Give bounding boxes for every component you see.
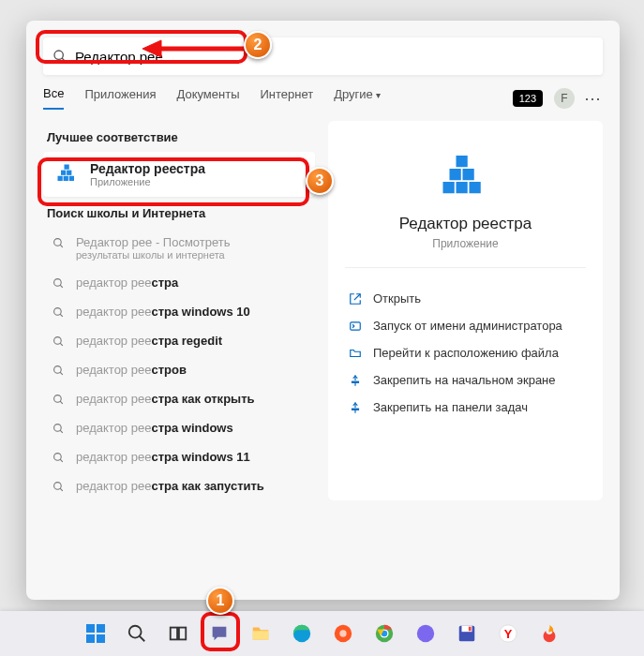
- suggestion-text: редактор реестра как открыть: [76, 392, 255, 406]
- action-admin-label: Запуск от имени администратора: [373, 319, 562, 333]
- pin-icon: [347, 401, 364, 414]
- svg-line-25: [60, 488, 63, 491]
- best-match-subtitle: Приложение: [90, 176, 205, 187]
- svg-rect-31: [456, 156, 467, 167]
- search-icon: [52, 394, 65, 406]
- tab-docs[interactable]: Документы: [176, 87, 239, 109]
- search-icon: [52, 237, 65, 249]
- taskbar-app-orange[interactable]: [326, 617, 360, 650]
- svg-point-22: [54, 454, 62, 461]
- suggestion-item[interactable]: редактор реестра regedit: [43, 326, 315, 355]
- best-match-item[interactable]: Редактор реестра Приложение: [43, 152, 315, 197]
- svg-point-16: [54, 366, 62, 374]
- taskbar-app-save[interactable]: [450, 617, 484, 650]
- svg-rect-27: [456, 182, 467, 193]
- action-open-location[interactable]: Перейти к расположению файла: [345, 339, 586, 366]
- taskbar-yandex[interactable]: Y: [491, 617, 525, 650]
- task-view[interactable]: [161, 617, 195, 650]
- search-icon: [52, 49, 67, 64]
- open-icon: [347, 292, 364, 306]
- svg-point-47: [416, 625, 433, 642]
- tab-all[interactable]: Все: [43, 86, 64, 110]
- detail-title: Редактор реестра: [345, 215, 586, 233]
- search-box[interactable]: [43, 37, 603, 75]
- school-web-header: Поиск школы и Интернета: [47, 206, 315, 220]
- results-column: Лучшее соответствие Редактор реестра При…: [43, 121, 315, 500]
- taskbar-edge[interactable]: [285, 617, 319, 650]
- search-icon: [52, 365, 65, 377]
- suggestion-item[interactable]: редактор реестра как запустить: [43, 471, 315, 500]
- svg-rect-5: [61, 171, 66, 175]
- taskbar-app-purple[interactable]: [409, 617, 442, 650]
- svg-line-11: [60, 285, 63, 288]
- svg-rect-50: [468, 627, 471, 632]
- action-pin-start[interactable]: Закрепить на начальном экране: [345, 366, 586, 394]
- tab-web[interactable]: Интернет: [260, 87, 313, 109]
- svg-point-24: [54, 483, 62, 490]
- taskbar-explorer[interactable]: [244, 617, 277, 650]
- start-button[interactable]: [79, 617, 112, 650]
- svg-line-17: [60, 372, 63, 375]
- svg-line-9: [60, 245, 63, 247]
- svg-rect-40: [178, 628, 185, 640]
- svg-text:Y: Y: [503, 627, 512, 641]
- suggestion-text: редактор реестра windows 11: [76, 450, 250, 464]
- svg-point-10: [54, 279, 62, 287]
- action-open[interactable]: Открыть: [345, 285, 586, 312]
- more-options[interactable]: ⋯: [584, 88, 603, 109]
- search-icon: [52, 306, 65, 319]
- svg-rect-26: [442, 182, 454, 193]
- taskbar-search[interactable]: [120, 617, 154, 650]
- svg-rect-39: [170, 628, 176, 640]
- taskbar-app-fire[interactable]: [532, 617, 566, 650]
- svg-rect-4: [69, 176, 74, 181]
- svg-rect-35: [86, 634, 95, 643]
- action-pintb-label: Закрепить на панели задач: [373, 400, 528, 414]
- svg-point-20: [54, 425, 62, 432]
- taskbar-chrome[interactable]: [367, 617, 401, 650]
- suggestion-item[interactable]: редактор реестра: [43, 268, 315, 297]
- best-match-title: Редактор реестра: [90, 161, 205, 176]
- search-icon: [52, 277, 65, 290]
- suggestion-text: редактор реестра windows 10: [76, 305, 250, 319]
- action-pin-taskbar[interactable]: Закрепить на панели задач: [345, 394, 586, 421]
- svg-point-43: [339, 630, 346, 636]
- suggestion-text: редактор реестра regedit: [76, 334, 222, 348]
- svg-rect-2: [58, 176, 63, 181]
- suggestion-item[interactable]: редактор реестров: [43, 355, 315, 384]
- tab-other[interactable]: Другие ▾: [334, 87, 381, 109]
- regedit-icon: [54, 161, 81, 187]
- tab-apps[interactable]: Приложения: [84, 87, 156, 109]
- svg-point-0: [54, 51, 63, 59]
- suggestion-item[interactable]: редактор реестра windows 10: [43, 297, 315, 326]
- input-mode-badge[interactable]: 123: [513, 90, 543, 107]
- user-avatar[interactable]: F: [554, 88, 575, 109]
- svg-rect-28: [469, 182, 480, 193]
- svg-line-38: [139, 636, 144, 642]
- search-input[interactable]: [75, 49, 593, 65]
- search-icon: [52, 452, 65, 464]
- suggestion-item[interactable]: Редактор рее - Посмотретьрезультаты школ…: [43, 228, 315, 268]
- admin-icon: [347, 320, 364, 333]
- svg-point-37: [128, 626, 141, 638]
- taskbar-chat[interactable]: [202, 617, 236, 650]
- svg-line-1: [62, 58, 65, 61]
- detail-subtitle: Приложение: [345, 237, 586, 250]
- svg-line-15: [60, 343, 63, 346]
- svg-rect-3: [64, 176, 68, 181]
- suggestion-text: редактор реестра: [76, 276, 178, 290]
- pin-icon: [347, 374, 364, 387]
- svg-point-12: [54, 308, 62, 316]
- suggestion-item[interactable]: редактор реестра windows: [43, 413, 315, 442]
- svg-line-21: [60, 430, 63, 433]
- search-icon: [52, 335, 65, 348]
- folder-icon: [347, 347, 364, 360]
- suggestion-item[interactable]: редактор реестра windows 11: [43, 442, 315, 471]
- search-popup: Все Приложения Документы Интернет Другие…: [26, 21, 620, 600]
- svg-rect-33: [86, 624, 95, 633]
- divider: [345, 267, 586, 268]
- suggestion-item[interactable]: редактор реестра как открыть: [43, 384, 315, 413]
- action-run-admin[interactable]: Запуск от имени администратора: [345, 312, 586, 339]
- action-open-label: Открыть: [373, 291, 421, 306]
- svg-point-18: [54, 395, 62, 403]
